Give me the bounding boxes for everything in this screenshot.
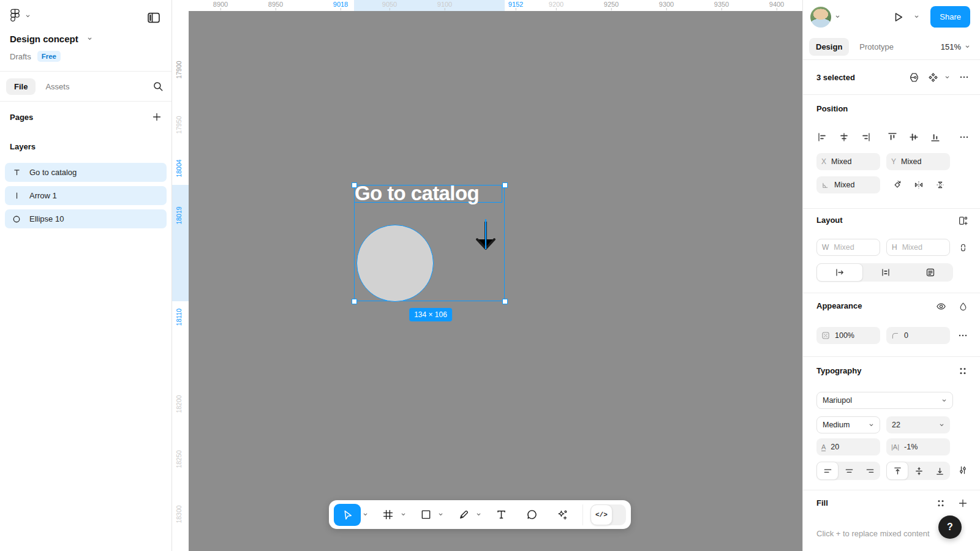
breadcrumb[interactable]: Drafts (10, 52, 31, 61)
frame-tool-button[interactable] (378, 504, 399, 526)
dev-mode-toggle[interactable]: </> (590, 504, 626, 525)
flip-vertical-icon[interactable] (933, 178, 948, 192)
comment-tool-button[interactable] (522, 504, 543, 526)
type-styles-icon[interactable] (956, 364, 970, 378)
text-align-control (816, 462, 880, 480)
account-chevron-icon[interactable] (835, 14, 840, 20)
more-appearance-icon[interactable] (956, 328, 970, 343)
divider (803, 490, 980, 490)
divider (803, 208, 980, 209)
fill-styles-icon[interactable] (933, 496, 948, 511)
search-icon[interactable] (151, 79, 165, 94)
fill-empty-hint: Click + to replace mixed content (816, 529, 930, 538)
text-align-left-button[interactable] (816, 462, 839, 480)
more-alignment-icon[interactable] (957, 130, 971, 144)
align-right-icon[interactable] (858, 130, 873, 144)
add-page-icon[interactable] (149, 110, 164, 124)
layout-mode-auto-button[interactable] (863, 263, 908, 282)
visibility-eye-icon[interactable] (933, 299, 948, 313)
layer-name: Go to catalog (29, 168, 77, 177)
selection-size-badge: 134 × 106 (409, 308, 452, 321)
pen-tool-chevron-icon[interactable] (476, 512, 481, 517)
layer-row-line[interactable]: Arrow 1 (5, 186, 167, 205)
frame-tool-chevron-icon[interactable] (401, 512, 406, 517)
add-fill-icon[interactable] (956, 496, 970, 511)
width-field[interactable]: W Mixed (816, 239, 880, 256)
layer-row-ellipse[interactable]: Ellipse 10 (5, 209, 167, 228)
pages-header: Pages (10, 113, 33, 122)
divider (803, 293, 980, 293)
file-title-chevron-icon[interactable] (87, 36, 92, 42)
text-align-right-button[interactable] (859, 462, 880, 480)
sidebar-toggle-icon[interactable] (147, 11, 160, 24)
align-vertical-center-icon[interactable] (907, 130, 921, 144)
fill-section-title: Fill (816, 498, 828, 508)
line-height-value: 20 (831, 443, 839, 451)
move-tool-button[interactable] (334, 504, 361, 526)
tab-file[interactable]: File (6, 78, 36, 95)
main-menu-chevron-icon[interactable] (25, 13, 31, 19)
position-section-title: Position (816, 104, 848, 113)
type-settings-icon[interactable] (956, 463, 970, 478)
corner-radius-field[interactable]: 0 (886, 327, 950, 344)
file-title[interactable]: Design concept (10, 34, 78, 44)
canvas-arrow-object[interactable] (473, 218, 498, 256)
component-chevron-icon[interactable] (944, 75, 950, 80)
opacity-field[interactable]: 100% (816, 327, 880, 344)
font-weight-select[interactable]: Medium (816, 416, 880, 433)
layout-mode-wrap-button[interactable] (908, 263, 953, 282)
align-text-bottom-button[interactable] (929, 462, 950, 480)
height-field[interactable]: H Mixed (886, 239, 950, 256)
rotate-icon[interactable] (890, 178, 905, 192)
selection-handle-bottom-left[interactable] (352, 299, 357, 304)
vertical-align-control (886, 462, 950, 480)
align-left-icon[interactable] (815, 130, 830, 144)
help-button[interactable]: ? (938, 515, 962, 539)
letter-spacing-field[interactable]: |A| -1% (886, 438, 950, 455)
align-text-middle-button[interactable] (908, 462, 929, 480)
share-button[interactable]: Share (930, 6, 970, 28)
y-position-field[interactable]: Y Mixed (886, 153, 950, 170)
align-bottom-icon[interactable] (928, 130, 943, 144)
layer-row-text[interactable]: Go to catalog (5, 163, 167, 182)
avatar[interactable] (810, 7, 831, 28)
edit-object-icon[interactable] (907, 70, 921, 84)
pen-tool-button[interactable] (453, 504, 474, 526)
constrain-proportions-icon[interactable] (956, 240, 970, 255)
plan-badge[interactable]: Free (37, 51, 61, 62)
add-auto-layout-icon[interactable] (956, 213, 970, 228)
font-size-select[interactable]: 22 (886, 416, 950, 433)
right-panel: Share Design Prototype 151% 3 selected (802, 0, 980, 551)
tab-prototype[interactable]: Prototype (857, 38, 896, 56)
present-icon[interactable] (893, 12, 904, 23)
tab-design[interactable]: Design (809, 38, 849, 56)
present-chevron-icon[interactable] (914, 14, 919, 20)
shape-tool-chevron-icon[interactable] (438, 512, 443, 517)
align-horizontal-center-icon[interactable] (837, 130, 851, 144)
x-position-field[interactable]: X Mixed (816, 153, 880, 170)
blend-mode-icon[interactable] (956, 299, 970, 313)
actions-tool-button[interactable] (552, 504, 573, 526)
zoom-level-control[interactable]: 151% (941, 42, 970, 51)
rotation-field[interactable]: Mixed (816, 176, 880, 193)
font-family-select[interactable]: Mariupol (816, 392, 953, 409)
selection-handle-bottom-right[interactable] (502, 299, 508, 304)
text-align-center-button[interactable] (839, 462, 859, 480)
canvas-ellipse-object[interactable] (356, 225, 434, 302)
more-options-icon[interactable] (957, 70, 971, 84)
figma-logo-icon[interactable] (10, 9, 20, 23)
text-tool-button[interactable] (491, 504, 512, 526)
rotation-value: Mixed (834, 181, 854, 189)
selection-handle-top-left[interactable] (352, 182, 357, 188)
tab-assets[interactable]: Assets (43, 78, 72, 95)
line-height-field[interactable]: A 20 (816, 438, 880, 455)
layout-mode-flow-button[interactable] (816, 263, 863, 282)
create-component-icon[interactable] (925, 70, 940, 84)
align-text-top-button[interactable] (886, 462, 908, 480)
canvas-text-object[interactable]: Go to catalog (354, 185, 502, 203)
move-tool-chevron-icon[interactable] (363, 512, 368, 517)
selection-handle-top-right[interactable] (502, 182, 508, 188)
shape-tool-button[interactable] (415, 504, 436, 526)
flip-horizontal-icon[interactable] (911, 178, 926, 192)
align-top-icon[interactable] (885, 130, 900, 144)
